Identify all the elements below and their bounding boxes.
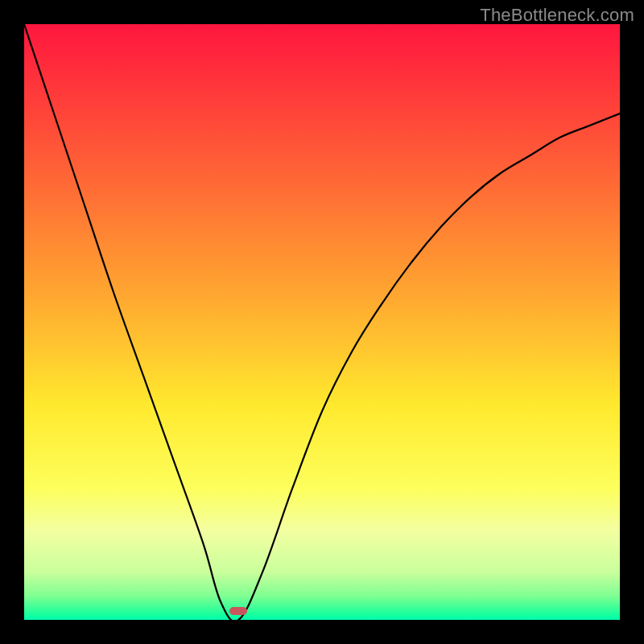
chart-plot-area	[24, 24, 620, 620]
watermark-text: TheBottleneck.com	[480, 5, 634, 26]
optimal-point-marker	[229, 607, 247, 615]
bottleneck-curve	[24, 24, 620, 620]
